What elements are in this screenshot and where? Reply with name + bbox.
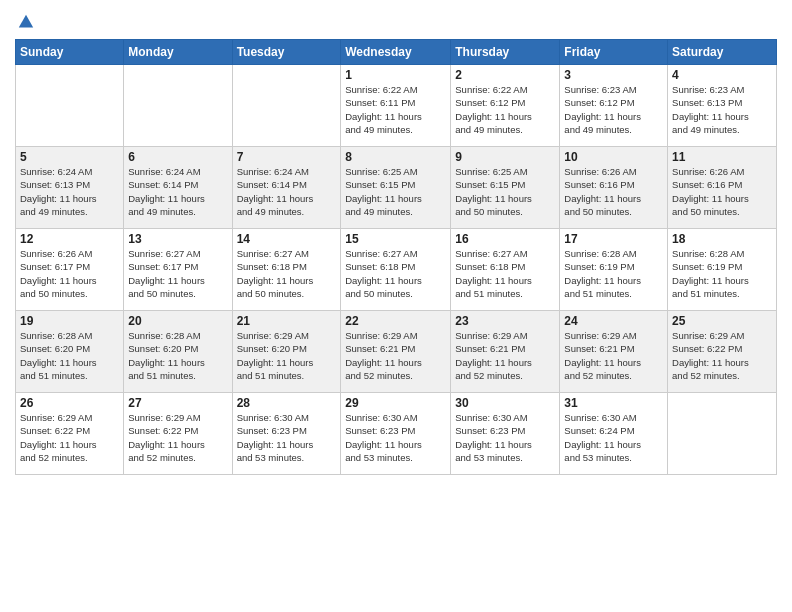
day-number: 1 [345,68,446,82]
calendar-cell: 19Sunrise: 6:28 AM Sunset: 6:20 PM Dayli… [16,311,124,393]
day-info: Sunrise: 6:29 AM Sunset: 6:22 PM Dayligh… [672,329,772,382]
day-info: Sunrise: 6:25 AM Sunset: 6:15 PM Dayligh… [455,165,555,218]
logo-icon [17,13,35,31]
day-number: 23 [455,314,555,328]
day-number: 16 [455,232,555,246]
calendar-cell: 12Sunrise: 6:26 AM Sunset: 6:17 PM Dayli… [16,229,124,311]
weekday-header-row: SundayMondayTuesdayWednesdayThursdayFrid… [16,40,777,65]
calendar-cell: 24Sunrise: 6:29 AM Sunset: 6:21 PM Dayli… [560,311,668,393]
calendar-cell: 3Sunrise: 6:23 AM Sunset: 6:12 PM Daylig… [560,65,668,147]
calendar-week-row: 1Sunrise: 6:22 AM Sunset: 6:11 PM Daylig… [16,65,777,147]
day-number: 10 [564,150,663,164]
day-info: Sunrise: 6:29 AM Sunset: 6:22 PM Dayligh… [128,411,227,464]
day-number: 2 [455,68,555,82]
calendar-cell: 15Sunrise: 6:27 AM Sunset: 6:18 PM Dayli… [341,229,451,311]
day-info: Sunrise: 6:27 AM Sunset: 6:17 PM Dayligh… [128,247,227,300]
calendar-cell [16,65,124,147]
day-number: 9 [455,150,555,164]
day-number: 30 [455,396,555,410]
day-info: Sunrise: 6:29 AM Sunset: 6:21 PM Dayligh… [345,329,446,382]
day-info: Sunrise: 6:30 AM Sunset: 6:23 PM Dayligh… [455,411,555,464]
day-number: 31 [564,396,663,410]
weekday-header: Friday [560,40,668,65]
day-number: 22 [345,314,446,328]
calendar-cell: 18Sunrise: 6:28 AM Sunset: 6:19 PM Dayli… [668,229,777,311]
svg-marker-0 [19,15,33,28]
day-number: 19 [20,314,119,328]
day-number: 24 [564,314,663,328]
calendar-cell: 13Sunrise: 6:27 AM Sunset: 6:17 PM Dayli… [124,229,232,311]
day-info: Sunrise: 6:26 AM Sunset: 6:16 PM Dayligh… [564,165,663,218]
calendar-cell: 29Sunrise: 6:30 AM Sunset: 6:23 PM Dayli… [341,393,451,475]
calendar-cell: 25Sunrise: 6:29 AM Sunset: 6:22 PM Dayli… [668,311,777,393]
day-number: 7 [237,150,337,164]
day-info: Sunrise: 6:29 AM Sunset: 6:21 PM Dayligh… [564,329,663,382]
calendar-cell: 23Sunrise: 6:29 AM Sunset: 6:21 PM Dayli… [451,311,560,393]
calendar-cell [668,393,777,475]
day-number: 13 [128,232,227,246]
day-info: Sunrise: 6:28 AM Sunset: 6:20 PM Dayligh… [20,329,119,382]
day-number: 4 [672,68,772,82]
calendar-cell: 27Sunrise: 6:29 AM Sunset: 6:22 PM Dayli… [124,393,232,475]
page: SundayMondayTuesdayWednesdayThursdayFrid… [0,0,792,612]
calendar-week-row: 5Sunrise: 6:24 AM Sunset: 6:13 PM Daylig… [16,147,777,229]
calendar-cell: 6Sunrise: 6:24 AM Sunset: 6:14 PM Daylig… [124,147,232,229]
logo [15,15,35,31]
day-info: Sunrise: 6:24 AM Sunset: 6:14 PM Dayligh… [237,165,337,218]
calendar-cell: 22Sunrise: 6:29 AM Sunset: 6:21 PM Dayli… [341,311,451,393]
day-number: 11 [672,150,772,164]
day-info: Sunrise: 6:27 AM Sunset: 6:18 PM Dayligh… [455,247,555,300]
day-info: Sunrise: 6:30 AM Sunset: 6:23 PM Dayligh… [345,411,446,464]
calendar-cell: 2Sunrise: 6:22 AM Sunset: 6:12 PM Daylig… [451,65,560,147]
calendar-cell: 5Sunrise: 6:24 AM Sunset: 6:13 PM Daylig… [16,147,124,229]
day-number: 20 [128,314,227,328]
weekday-header: Tuesday [232,40,341,65]
day-number: 21 [237,314,337,328]
calendar-cell [232,65,341,147]
calendar-cell: 1Sunrise: 6:22 AM Sunset: 6:11 PM Daylig… [341,65,451,147]
day-number: 17 [564,232,663,246]
day-info: Sunrise: 6:22 AM Sunset: 6:12 PM Dayligh… [455,83,555,136]
calendar-cell: 31Sunrise: 6:30 AM Sunset: 6:24 PM Dayli… [560,393,668,475]
calendar-cell: 9Sunrise: 6:25 AM Sunset: 6:15 PM Daylig… [451,147,560,229]
weekday-header: Wednesday [341,40,451,65]
header [15,10,777,31]
day-number: 29 [345,396,446,410]
day-info: Sunrise: 6:27 AM Sunset: 6:18 PM Dayligh… [345,247,446,300]
day-info: Sunrise: 6:29 AM Sunset: 6:22 PM Dayligh… [20,411,119,464]
day-number: 28 [237,396,337,410]
day-number: 3 [564,68,663,82]
day-info: Sunrise: 6:24 AM Sunset: 6:14 PM Dayligh… [128,165,227,218]
calendar-cell: 17Sunrise: 6:28 AM Sunset: 6:19 PM Dayli… [560,229,668,311]
day-info: Sunrise: 6:26 AM Sunset: 6:17 PM Dayligh… [20,247,119,300]
calendar-week-row: 12Sunrise: 6:26 AM Sunset: 6:17 PM Dayli… [16,229,777,311]
calendar-cell: 26Sunrise: 6:29 AM Sunset: 6:22 PM Dayli… [16,393,124,475]
day-info: Sunrise: 6:28 AM Sunset: 6:19 PM Dayligh… [564,247,663,300]
day-info: Sunrise: 6:26 AM Sunset: 6:16 PM Dayligh… [672,165,772,218]
day-number: 6 [128,150,227,164]
day-info: Sunrise: 6:23 AM Sunset: 6:13 PM Dayligh… [672,83,772,136]
day-info: Sunrise: 6:30 AM Sunset: 6:23 PM Dayligh… [237,411,337,464]
calendar-cell: 20Sunrise: 6:28 AM Sunset: 6:20 PM Dayli… [124,311,232,393]
weekday-header: Monday [124,40,232,65]
calendar-cell: 7Sunrise: 6:24 AM Sunset: 6:14 PM Daylig… [232,147,341,229]
day-number: 5 [20,150,119,164]
weekday-header: Saturday [668,40,777,65]
day-number: 25 [672,314,772,328]
calendar: SundayMondayTuesdayWednesdayThursdayFrid… [15,39,777,475]
calendar-cell: 30Sunrise: 6:30 AM Sunset: 6:23 PM Dayli… [451,393,560,475]
calendar-cell: 16Sunrise: 6:27 AM Sunset: 6:18 PM Dayli… [451,229,560,311]
calendar-cell: 11Sunrise: 6:26 AM Sunset: 6:16 PM Dayli… [668,147,777,229]
day-info: Sunrise: 6:29 AM Sunset: 6:20 PM Dayligh… [237,329,337,382]
day-number: 15 [345,232,446,246]
calendar-cell [124,65,232,147]
calendar-cell: 28Sunrise: 6:30 AM Sunset: 6:23 PM Dayli… [232,393,341,475]
day-info: Sunrise: 6:27 AM Sunset: 6:18 PM Dayligh… [237,247,337,300]
day-info: Sunrise: 6:23 AM Sunset: 6:12 PM Dayligh… [564,83,663,136]
weekday-header: Thursday [451,40,560,65]
day-info: Sunrise: 6:28 AM Sunset: 6:19 PM Dayligh… [672,247,772,300]
calendar-week-row: 19Sunrise: 6:28 AM Sunset: 6:20 PM Dayli… [16,311,777,393]
day-number: 12 [20,232,119,246]
day-info: Sunrise: 6:24 AM Sunset: 6:13 PM Dayligh… [20,165,119,218]
day-info: Sunrise: 6:25 AM Sunset: 6:15 PM Dayligh… [345,165,446,218]
